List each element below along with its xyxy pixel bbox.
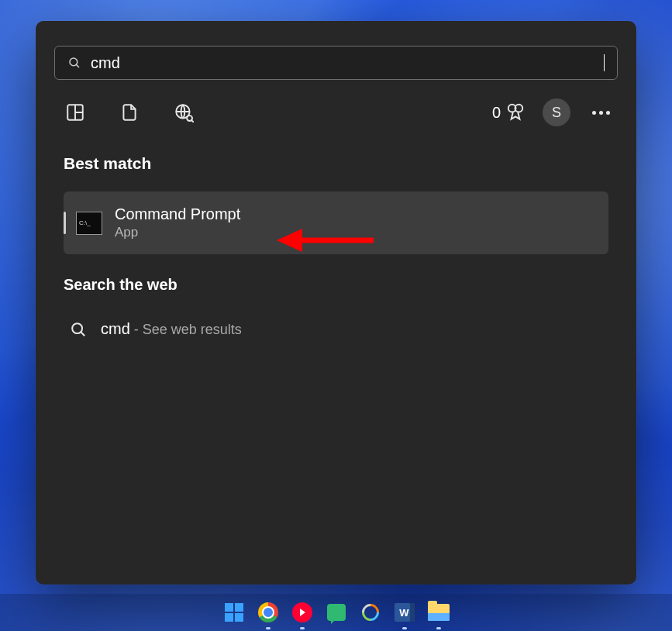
text-cursor [604,54,605,71]
medal-icon [505,102,526,122]
command-prompt-icon: C:\_ [76,212,102,235]
taskbar-chat[interactable] [324,600,349,625]
documents-filter-icon[interactable] [119,102,140,122]
web-filter-icon[interactable] [174,102,194,122]
start-button[interactable] [222,600,246,625]
web-result-suffix: - See web results [130,322,242,337]
svg-point-10 [72,323,82,333]
avatar-initial: S [552,105,561,121]
rewards-count: 0 [492,104,501,122]
best-match-heading: Best match [64,154,608,173]
svg-point-6 [187,116,192,121]
start-search-panel: 0 S Best match C:\_ Command Prompt App S… [36,21,636,584]
taskbar-word[interactable]: W [392,600,417,625]
svg-line-1 [76,64,79,67]
user-avatar[interactable]: S [543,98,570,126]
taskbar-loading-app[interactable] [358,600,383,625]
best-match-title: Command Prompt [115,205,240,223]
search-icon [67,56,81,70]
svg-line-11 [81,332,84,336]
taskbar-chrome[interactable] [256,600,281,625]
svg-point-0 [70,58,78,66]
web-result[interactable]: cmd - See web results [64,312,608,346]
more-button[interactable] [588,106,615,119]
search-box[interactable] [54,46,618,80]
apps-filter-icon[interactable] [65,102,85,122]
best-match-subtitle: App [115,225,240,240]
best-match-result[interactable]: C:\_ Command Prompt App [64,191,608,254]
taskbar-file-explorer[interactable] [426,600,451,625]
search-web-heading: Search the web [64,276,608,294]
web-result-query: cmd [101,320,130,337]
taskbar: W [0,594,672,631]
rewards-button[interactable]: 0 [492,102,526,122]
search-input[interactable] [91,47,599,79]
svg-line-7 [191,120,194,122]
taskbar-ytmusic[interactable] [290,600,315,625]
search-icon [70,321,87,338]
